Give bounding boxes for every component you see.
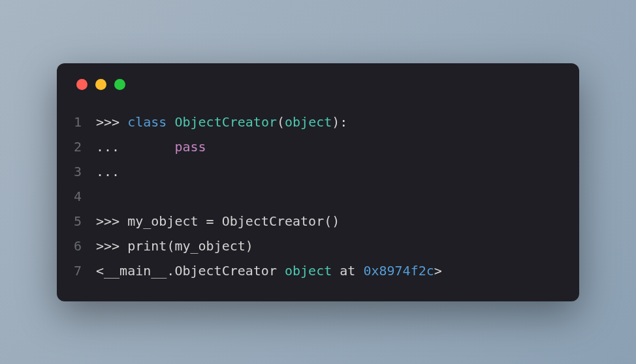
code-token: <__main__.ObjectCreator	[96, 263, 285, 279]
code-token	[167, 114, 174, 130]
code-line: 1>>> class ObjectCreator(object):	[70, 110, 566, 134]
code-token: (	[277, 114, 285, 130]
line-content: >>> my_object = ObjectCreator()	[96, 209, 340, 234]
code-token: (my_object)	[167, 238, 253, 254]
line-content: >>> print(my_object)	[96, 234, 253, 258]
code-token: >>>	[96, 238, 127, 254]
code-line: 3...	[70, 159, 566, 184]
code-line: 5>>> my_object = ObjectCreator()	[70, 209, 566, 234]
code-token: >>>	[96, 114, 127, 130]
code-line: 4	[70, 184, 566, 209]
line-number: 6	[70, 234, 96, 258]
titlebar	[70, 79, 566, 90]
code-token: >>> my_object = ObjectCreator()	[96, 213, 340, 229]
line-number: 5	[70, 209, 96, 234]
maximize-icon[interactable]	[114, 79, 125, 90]
line-content: >>> class ObjectCreator(object):	[96, 110, 347, 134]
close-icon[interactable]	[76, 79, 87, 90]
minimize-icon[interactable]	[95, 79, 106, 90]
code-line: 6>>> print(my_object)	[70, 234, 566, 258]
line-number: 7	[70, 258, 96, 283]
line-number: 1	[70, 110, 96, 134]
code-token: ...	[96, 164, 119, 179]
code-token: at	[332, 263, 363, 279]
line-content: ...	[96, 159, 119, 184]
code-line: 7<__main__.ObjectCreator object at 0x897…	[70, 258, 566, 283]
line-number: 2	[70, 134, 96, 159]
code-token: object	[285, 263, 332, 279]
code-token: print	[127, 238, 167, 254]
code-token: >	[434, 263, 442, 279]
line-number: 4	[70, 184, 96, 209]
line-content: <__main__.ObjectCreator object at 0x8974…	[96, 258, 442, 283]
code-area: 1>>> class ObjectCreator(object):2... pa…	[70, 110, 566, 283]
code-token: ObjectCreator	[174, 114, 277, 130]
line-content: ... pass	[96, 134, 206, 159]
code-line: 2... pass	[70, 134, 566, 159]
code-token: object	[285, 114, 332, 130]
code-token: ):	[332, 114, 347, 130]
code-window: 1>>> class ObjectCreator(object):2... pa…	[57, 63, 579, 301]
code-token: pass	[174, 139, 206, 155]
code-token: 0x8974f2c	[363, 263, 434, 279]
code-token: class	[127, 114, 167, 130]
code-token: ...	[96, 139, 174, 155]
line-number: 3	[70, 159, 96, 184]
